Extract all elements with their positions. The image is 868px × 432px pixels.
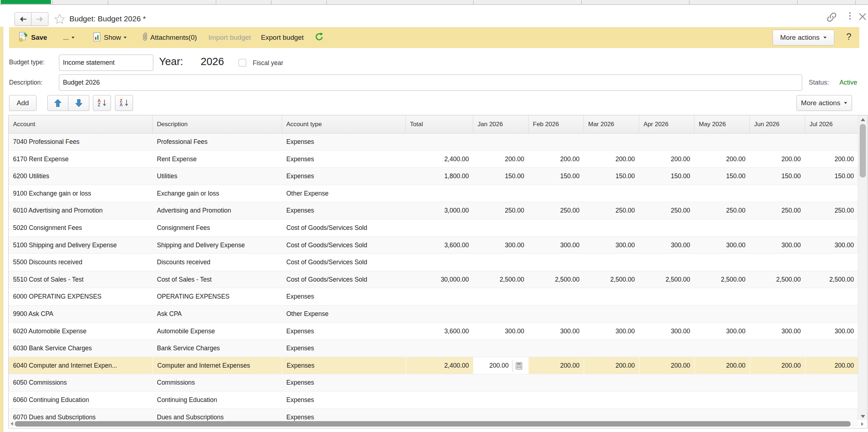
month-cell-apr[interactable] (639, 254, 694, 271)
sort-descending-button[interactable]: ZA (115, 95, 133, 111)
month-cell-jan[interactable]: 200.00 (473, 357, 529, 374)
month-cell-may[interactable]: 250.00 (694, 202, 750, 219)
month-value-editor[interactable]: 200.00 (473, 357, 528, 374)
month-cell-feb[interactable]: 300.00 (529, 237, 584, 254)
table-row[interactable]: 6040 Computer and Internet Expen... Comp… (9, 357, 858, 375)
column-header-jul[interactable]: Jul 2026 (805, 115, 858, 133)
month-cell-jan[interactable] (473, 185, 529, 202)
month-cell-mar[interactable] (584, 219, 639, 236)
month-cell-jan[interactable]: 150.00 (473, 168, 529, 185)
table-row[interactable]: 5100 Shipping and Delivery Expense Shipp… (9, 237, 858, 254)
vertical-scrollbar[interactable] (858, 115, 867, 421)
table-row[interactable]: 6000 OPERATING EXPENSES OPERATING EXPENS… (9, 288, 858, 305)
month-cell-jul[interactable] (805, 133, 858, 150)
close-icon[interactable] (858, 12, 867, 22)
active-tab-indicator[interactable] (1, 0, 51, 4)
budget-type-input[interactable] (59, 55, 153, 71)
month-cell-jan[interactable]: 250.00 (473, 202, 529, 219)
horizontal-scrollbar[interactable] (9, 420, 859, 428)
month-cell-mar[interactable] (584, 374, 639, 391)
table-row[interactable]: 6050 Commissions Commissions Expenses (9, 374, 858, 392)
month-cell-jan[interactable] (473, 340, 529, 357)
scroll-down-arrow-icon[interactable] (861, 415, 865, 418)
month-cell-apr[interactable] (639, 305, 694, 322)
month-cell-jun[interactable] (750, 392, 805, 409)
column-header-account[interactable]: Account (9, 115, 153, 133)
vertical-scrollbar-thumb[interactable] (860, 124, 866, 177)
month-cell-feb[interactable] (529, 133, 584, 150)
month-cell-jun[interactable] (750, 288, 805, 305)
month-cell-may[interactable]: 200.00 (694, 151, 750, 168)
month-cell-feb[interactable]: 250.00 (529, 202, 584, 219)
month-cell-feb[interactable] (529, 392, 584, 409)
month-cell-feb[interactable] (529, 288, 584, 305)
month-cell-may[interactable]: 300.00 (694, 237, 750, 254)
month-cell-jun[interactable]: 200.00 (750, 151, 805, 168)
month-cell-mar[interactable] (584, 340, 639, 357)
month-cell-jun[interactable] (750, 374, 805, 391)
table-row[interactable]: 6020 Automobile Expense Automobile Expen… (9, 323, 858, 340)
show-button[interactable]: Show (104, 34, 121, 42)
month-cell-apr[interactable] (639, 392, 694, 409)
table-row[interactable]: 7040 Professional Fees Professional Fees… (9, 133, 858, 151)
table-row[interactable]: 5020 Consignment Fees Consignment Fees C… (9, 219, 858, 237)
show-caret-icon[interactable] (124, 37, 127, 39)
sort-ascending-button[interactable]: AZ (93, 95, 111, 111)
month-cell-apr[interactable]: 200.00 (639, 357, 694, 374)
scroll-right-arrow-icon[interactable] (861, 422, 864, 426)
month-cell-mar[interactable]: 2,500.00 (584, 271, 639, 288)
month-cell-apr[interactable] (639, 219, 694, 236)
move-down-button[interactable] (68, 95, 89, 111)
month-cell-apr[interactable] (639, 133, 694, 150)
table-row[interactable]: 6030 Bank Service Charges Bank Service C… (9, 340, 858, 357)
ellipsis-caret-icon[interactable] (72, 37, 74, 39)
month-cell-jan[interactable] (473, 392, 529, 409)
refresh-icon[interactable] (315, 33, 323, 43)
month-cell-jul[interactable] (805, 340, 858, 357)
column-header-total[interactable]: Total (406, 115, 473, 133)
month-cell-mar[interactable]: 200.00 (584, 151, 639, 168)
month-cell-jun[interactable] (750, 305, 805, 322)
month-cell-jun[interactable] (750, 133, 805, 150)
table-row[interactable]: 6170 Rent Expense Rent Expense Expenses … (9, 151, 858, 168)
month-cell-jul[interactable]: 2,500.00 (805, 271, 858, 288)
table-row[interactable]: 6200 Utilities Utilities Expenses 1,800.… (9, 168, 858, 185)
month-cell-apr[interactable] (639, 185, 694, 202)
scroll-left-arrow-icon[interactable] (10, 422, 13, 425)
column-header-feb[interactable]: Feb 2026 (529, 115, 584, 133)
table-row[interactable]: 6060 Continuing Education Continuing Edu… (9, 392, 858, 409)
column-header-apr[interactable]: Apr 2026 (639, 115, 694, 133)
copy-link-icon[interactable] (827, 12, 837, 23)
export-budget-button[interactable]: Export budget (261, 34, 304, 42)
month-cell-mar[interactable]: 200.00 (584, 357, 639, 374)
month-cell-jan[interactable] (473, 288, 529, 305)
month-cell-jun[interactable]: 2,500.00 (750, 271, 805, 288)
month-cell-jan[interactable] (473, 254, 529, 271)
month-cell-jun[interactable] (750, 340, 805, 357)
table-row[interactable]: 5500 Discounts received Discounts receiv… (9, 254, 858, 271)
month-cell-jul[interactable] (805, 305, 858, 322)
fiscal-year-checkbox[interactable] (239, 59, 246, 67)
back-button[interactable] (14, 12, 31, 26)
month-cell-jul[interactable]: 250.00 (805, 202, 858, 219)
month-cell-jun[interactable]: 300.00 (750, 323, 805, 340)
month-cell-may[interactable]: 300.00 (694, 323, 750, 340)
month-cell-may[interactable] (694, 374, 750, 391)
ellipsis-menu[interactable]: ... (63, 34, 69, 42)
month-cell-may[interactable] (694, 305, 750, 322)
month-cell-may[interactable]: 200.00 (694, 357, 750, 374)
month-cell-mar[interactable] (584, 305, 639, 322)
move-up-button[interactable] (47, 95, 68, 111)
table-row[interactable]: 9100 Exchange gain or loss Exchange gain… (9, 185, 858, 202)
table-more-actions-button[interactable]: More actions (796, 95, 852, 111)
month-cell-may[interactable] (694, 219, 750, 236)
column-header-description[interactable]: Description (153, 115, 282, 133)
month-cell-jan[interactable] (473, 305, 529, 322)
month-cell-feb[interactable]: 150.00 (529, 168, 584, 185)
month-cell-jun[interactable] (750, 219, 805, 236)
month-cell-feb[interactable]: 2,500.00 (529, 271, 584, 288)
month-cell-mar[interactable]: 300.00 (584, 237, 639, 254)
month-cell-apr[interactable]: 2,500.00 (639, 271, 694, 288)
month-cell-mar[interactable] (584, 254, 639, 271)
calculator-button[interactable] (513, 362, 525, 369)
